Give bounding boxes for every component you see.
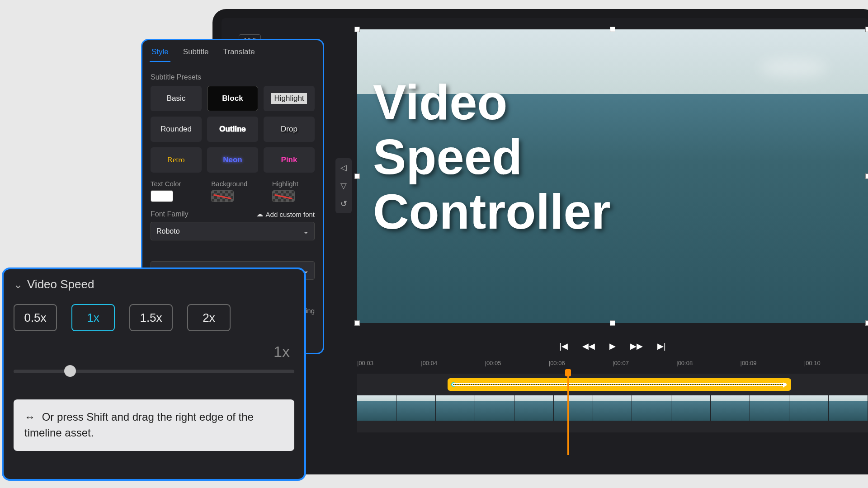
video-clip-thumbnails[interactable] xyxy=(357,395,868,421)
cloud-upload-icon: ☁ xyxy=(256,210,263,218)
video-speed-title: Video Speed xyxy=(27,277,94,291)
time-mark: |00:07 xyxy=(613,360,676,366)
speed-slider[interactable] xyxy=(14,364,294,378)
background-color-label: Background xyxy=(211,180,254,188)
add-custom-font-button[interactable]: ☁ Add custom font xyxy=(256,210,315,218)
speed-hint: ↔ Or press Shift and drag the right edge… xyxy=(14,399,294,451)
speed-presets: 0.5x 1x 1.5x 2x xyxy=(14,304,294,331)
rewind-icon[interactable]: ◀◀ xyxy=(582,341,595,351)
video-speed-header[interactable]: ⌄ Video Speed xyxy=(14,277,294,291)
selection-handle[interactable] xyxy=(865,27,868,32)
preset-outline[interactable]: Outline xyxy=(207,117,258,142)
playback-controls: |◀ ◀◀ ▶ ▶▶ ▶| xyxy=(357,335,868,357)
preset-pink[interactable]: Pink xyxy=(264,147,315,173)
speed-current-value: 1x xyxy=(14,343,294,361)
preset-basic[interactable]: Basic xyxy=(151,86,202,111)
flip-horizontal-icon[interactable]: ◁ xyxy=(340,163,347,173)
forward-icon[interactable]: ▶▶ xyxy=(630,341,643,351)
selection-handle[interactable] xyxy=(865,174,868,179)
slider-thumb[interactable] xyxy=(64,365,76,377)
time-mark: |00:10 xyxy=(804,360,868,366)
time-mark: |00:04 xyxy=(421,360,485,366)
subtitle-presets-label: Subtitle Presets xyxy=(151,73,315,81)
selection-handle[interactable] xyxy=(354,27,360,32)
timeline-track[interactable] xyxy=(357,374,868,432)
playhead[interactable] xyxy=(567,374,569,455)
text-clip[interactable] xyxy=(448,378,791,391)
preset-highlight[interactable]: Highlight xyxy=(264,86,315,111)
tool-strip: ◁ ▽ ↺ xyxy=(335,158,352,213)
preset-rounded[interactable]: Rounded xyxy=(151,117,202,142)
slider-track xyxy=(14,370,294,373)
selection-handle[interactable] xyxy=(610,27,615,32)
speed-1-5x-button[interactable]: 1.5x xyxy=(129,304,173,331)
text-color-swatch[interactable] xyxy=(151,190,173,202)
undo-icon[interactable]: ↺ xyxy=(340,199,347,209)
time-mark: |00:05 xyxy=(485,360,549,366)
preset-retro[interactable]: Retro xyxy=(151,147,202,173)
selection-handle[interactable] xyxy=(354,174,360,179)
style-panel-tabs: Style Subtitle Translate xyxy=(142,40,323,62)
flip-vertical-icon[interactable]: ▽ xyxy=(340,181,347,191)
timeline[interactable]: |00:03 |00:04 |00:05 |00:06 |00:07 |00:0… xyxy=(357,357,868,432)
chevron-down-icon: ⌄ xyxy=(303,227,309,235)
preset-grid: Basic Block Highlight Rounded Outline Dr… xyxy=(151,86,315,173)
highlight-color-label: Highlight xyxy=(272,180,315,188)
video-speed-panel: ⌄ Video Speed 0.5x 1x 1.5x 2x 1x ↔ Or pr… xyxy=(2,267,306,481)
play-icon[interactable]: ▶ xyxy=(609,341,616,351)
overlay-title-text[interactable]: Video Speed Controller xyxy=(373,75,611,239)
skip-end-icon[interactable]: ▶| xyxy=(657,341,666,351)
time-mark: |00:06 xyxy=(549,360,613,366)
preview-canvas[interactable]: Video Speed Controller xyxy=(357,29,868,323)
background-color-swatch[interactable] xyxy=(211,190,234,202)
clip-speed-indicator[interactable] xyxy=(452,383,787,386)
tab-style[interactable]: Style xyxy=(150,45,170,62)
preset-block[interactable]: Block xyxy=(207,86,258,111)
font-family-select[interactable]: Roboto ⌄ xyxy=(151,222,315,240)
speed-2x-button[interactable]: 2x xyxy=(187,304,231,331)
time-mark: |00:08 xyxy=(676,360,740,366)
resize-horizontal-icon: ↔ xyxy=(24,411,35,423)
font-family-label: Font Family xyxy=(151,210,189,218)
skip-start-icon[interactable]: |◀ xyxy=(559,341,568,351)
text-color-label: Text Color xyxy=(151,180,193,188)
time-mark: |00:09 xyxy=(741,360,804,366)
preset-drop[interactable]: Drop xyxy=(264,117,315,142)
preset-neon[interactable]: Neon xyxy=(207,147,258,173)
time-mark: |00:03 xyxy=(357,360,421,366)
chevron-down-icon: ⌄ xyxy=(14,278,23,291)
speed-0-5x-button[interactable]: 0.5x xyxy=(14,304,57,331)
timeline-ruler: |00:03 |00:04 |00:05 |00:06 |00:07 |00:0… xyxy=(357,357,868,369)
highlight-color-swatch[interactable] xyxy=(272,190,295,202)
selection-handle[interactable] xyxy=(610,320,615,326)
speed-1x-button[interactable]: 1x xyxy=(71,304,115,331)
selection-handle[interactable] xyxy=(354,320,360,326)
tab-subtitle[interactable]: Subtitle xyxy=(181,45,211,62)
tab-translate[interactable]: Translate xyxy=(222,45,257,62)
selection-handle[interactable] xyxy=(865,320,868,326)
